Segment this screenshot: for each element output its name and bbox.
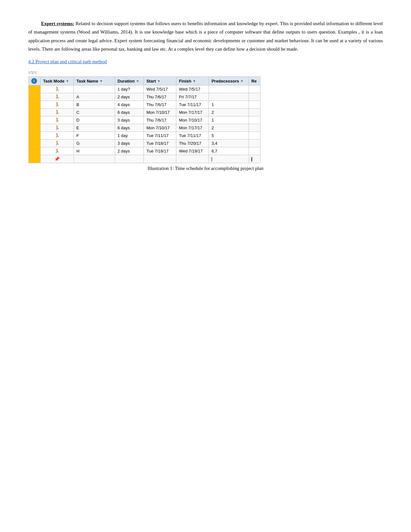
table-header-row: i Task Mode ▼ Task Name ▼ [28,77,260,85]
re-cell [249,155,260,163]
th-start[interactable]: Start ▼ [144,77,176,85]
finish-sort-icon[interactable]: ▼ [192,79,196,83]
duration-cell: 6 days [115,124,144,132]
start-cell: Wed 7/5/17 [144,85,176,93]
task-name-cell: D [73,116,115,124]
predecessors-cell: 3,4 [209,140,249,147]
table-row: 🏃E6 daysMon 7/10/17Mon 7/17/172 [28,124,260,132]
re-cell [249,116,260,124]
duration-cell: 4 days [115,101,144,109]
th-predecessors[interactable]: Predecessors ▼ [209,77,249,85]
re-cell [249,147,260,155]
predecessors-cell: 1 [209,101,249,109]
finish-cell: Tue 7/11/17 [176,101,209,109]
task-mode-cell: 🏃 [40,93,73,101]
duration-cell: 6 days [115,109,144,116]
illustration-caption: Illustration 1: Time schedule for accomp… [28,166,383,171]
task-mode-cell: 🏃 [40,101,73,109]
row-bar-cell [28,85,40,93]
row-bar-cell [28,147,40,155]
finish-cell: Mon 7/10/17 [176,116,209,124]
predecessors-cell [209,85,249,93]
re-cell [249,124,260,132]
finish-cell: Fri 7/7/17 [176,93,209,101]
task-mode-cell: 🏃 [40,109,73,116]
task-name-cell [73,85,115,93]
row-bar-cell [28,132,40,140]
predecessors-cell: 1 [209,116,249,124]
finish-cell: Wed 7/19/17 [176,147,209,155]
duration-cell: 3 days [115,116,144,124]
page-indicator: 1/5/1/ [28,70,383,75]
re-cell [249,85,260,93]
start-cell: Tue 7/18/17 [144,147,176,155]
info-icon: i [31,78,37,84]
row-bar-cell [28,155,40,163]
start-cell: Mon 7/10/17 [144,109,176,116]
duration-cell: 2 days [115,93,144,101]
predecessors-sort-icon[interactable]: ▼ [240,79,243,83]
row-bar-cell [28,116,40,124]
start-cell: Thu 7/6/17 [144,93,176,101]
task-mode-icon: 🏃 [54,133,60,138]
duration-cell: 1 day? [115,85,144,93]
predecessors-cell: 2 [209,109,249,116]
task-mode-icon: 🏃 [54,110,60,115]
row-bar-cell [28,93,40,101]
predecessors-cell: 5 [209,132,249,140]
duration-sort-icon[interactable]: ▼ [136,79,139,83]
re-cell [249,140,260,147]
task-name-sort-icon[interactable]: ▼ [100,79,103,83]
task-mode-cell: 🏃 [40,116,73,124]
task-name-cell: E [73,124,115,132]
th-duration[interactable]: Duration ▼ [115,77,144,85]
th-info: i [28,77,40,85]
duration-cell: 2 days [115,147,144,155]
start-cell: Thu 7/6/17 [144,116,176,124]
task-mode-icon: 🏃 [54,118,60,123]
start-sort-icon[interactable]: ▼ [157,79,161,83]
duration-cell: 3 days [115,140,144,147]
re-cell [249,109,260,116]
task-mode-sort-icon[interactable]: ▼ [66,79,69,83]
start-cell [144,155,176,163]
task-name-cell [73,155,115,163]
task-mode-cell: 📌 [40,155,73,163]
task-mode-icon: 🏃 [54,87,60,92]
start-cell: Thu 7/6/17 [144,101,176,109]
table-row: 🏃G3 daysTue 7/18/17Thu 7/20/173,4 [28,140,260,147]
table-row: 📌 [28,155,260,163]
row-bar-cell [28,101,40,109]
expert-systems-label: Expert systems: [41,21,74,26]
start-cell: Tue 7/11/17 [144,132,176,140]
th-finish[interactable]: Finish ▼ [176,77,209,85]
re-cell [249,93,260,101]
table-row: 🏃A2 daysThu 7/6/17Fri 7/7/17 [28,93,260,101]
finish-cell: Mon 7/17/17 [176,124,209,132]
task-mode-icon: 🏃 [54,94,60,99]
section-link[interactable]: 4.2 Project plan and critical path metho… [28,59,383,64]
project-table: i Task Mode ▼ Task Name ▼ [28,76,260,163]
finish-cell [176,155,209,163]
task-mode-icon: 🏃 [54,149,60,153]
row-bar-cell [28,124,40,132]
table-wrapper: 1/5/1/ i Task Mode ▼ Task Name [28,70,383,163]
finish-cell: Thu 7/20/17 [176,140,209,147]
main-paragraph: Expert systems: Related to decision supp… [28,19,383,53]
th-task-mode[interactable]: Task Mode ▼ [40,77,73,85]
table-row: 🏃H2 daysTue 7/18/17Wed 7/19/176,7 [28,147,260,155]
task-mode-cell: 🏃 [40,147,73,155]
predecessors-cell [209,93,249,101]
predecessors-cell [209,155,249,163]
task-name-cell: F [73,132,115,140]
finish-cell: Tue 7/11/17 [176,132,209,140]
re-cell [249,132,260,140]
task-mode-cell: 🏃 [40,124,73,132]
task-name-cell: H [73,147,115,155]
th-task-name[interactable]: Task Name ▼ [73,77,115,85]
table-row: 🏃1 day?Wed 7/5/17Wed 7/5/17 [28,85,260,93]
predecessors-cell: 6,7 [209,147,249,155]
content-area: Expert systems: Related to decision supp… [28,19,383,171]
table-row: 🏃C6 daysMon 7/10/17Mon 7/17/172 [28,109,260,116]
re-cell [249,101,260,109]
